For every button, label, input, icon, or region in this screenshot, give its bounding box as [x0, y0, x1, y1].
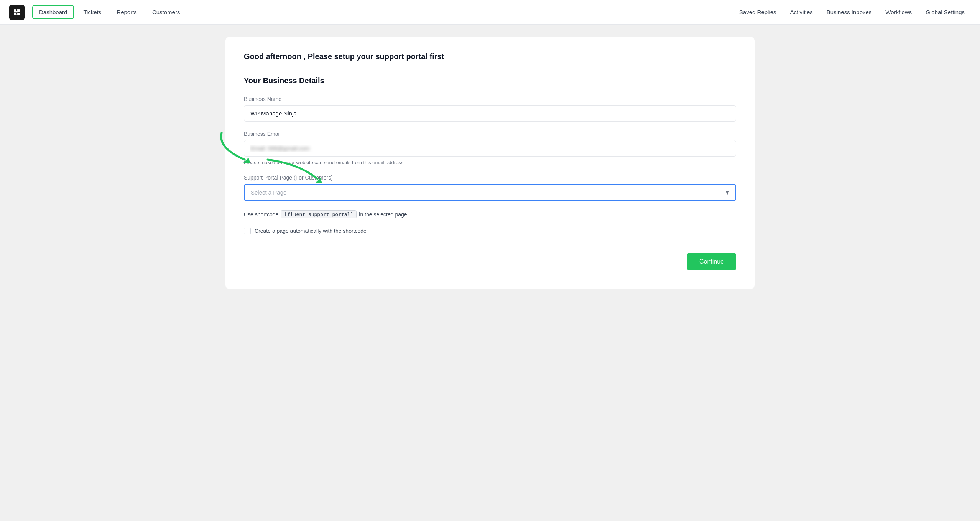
nav-customers[interactable]: Customers: [146, 6, 186, 18]
select-wrapper: Select a Page ▼: [244, 184, 736, 201]
navbar: ≡ Dashboard Tickets Reports Customers Sa…: [0, 0, 980, 25]
nav-right: Saved Replies Activities Business Inboxe…: [733, 6, 971, 18]
nav-dashboard[interactable]: Dashboard: [32, 5, 74, 19]
logo: ≡: [9, 5, 25, 20]
business-email-label: Business Email: [244, 131, 736, 137]
main-content: Good afternoon , Please setup your suppo…: [0, 25, 980, 521]
shortcode-prefix: Use shortcode: [244, 211, 278, 218]
business-name-label: Business Name: [244, 96, 736, 102]
nav-workflows[interactable]: Workflows: [879, 6, 918, 18]
section-title: Your Business Details: [244, 76, 736, 85]
business-email-group: Business Email Please make sure your web…: [244, 131, 736, 165]
support-portal-select[interactable]: Select a Page: [244, 184, 736, 201]
nav-business-inboxes[interactable]: Business Inboxes: [821, 6, 878, 18]
continue-button[interactable]: Continue: [687, 253, 736, 270]
svg-text:≡: ≡: [13, 8, 18, 17]
auto-page-checkbox[interactable]: [244, 228, 251, 234]
footer-row: Continue: [244, 253, 736, 270]
business-email-input[interactable]: [244, 140, 736, 157]
business-name-group: Business Name: [244, 96, 736, 122]
checkbox-label: Create a page automatically with the sho…: [255, 228, 367, 234]
nav-activities[interactable]: Activities: [784, 6, 819, 18]
setup-card: Good afternoon , Please setup your suppo…: [225, 37, 755, 289]
nav-saved-replies[interactable]: Saved Replies: [733, 6, 783, 18]
svg-rect-1: [18, 10, 20, 12]
greeting-text: Good afternoon , Please setup your suppo…: [244, 52, 736, 61]
checkbox-row: Create a page automatically with the sho…: [244, 228, 736, 234]
shortcode-suffix: in the selected page.: [359, 211, 408, 218]
nav-tickets[interactable]: Tickets: [77, 6, 107, 18]
business-name-input[interactable]: [244, 105, 736, 122]
logo-icon: ≡: [12, 8, 21, 17]
nav-left: Dashboard Tickets Reports Customers: [32, 5, 186, 19]
shortcode-row: Use shortcode [fluent_support_portal] in…: [244, 210, 736, 218]
support-portal-group: Support Portal Page (For Customers) Sele…: [244, 175, 736, 201]
nav-global-settings[interactable]: Global Settings: [919, 6, 971, 18]
nav-reports[interactable]: Reports: [110, 6, 143, 18]
support-portal-label: Support Portal Page (For Customers): [244, 175, 736, 181]
shortcode-badge: [fluent_support_portal]: [281, 210, 357, 218]
email-hint: Please make sure your website can send e…: [244, 160, 736, 165]
